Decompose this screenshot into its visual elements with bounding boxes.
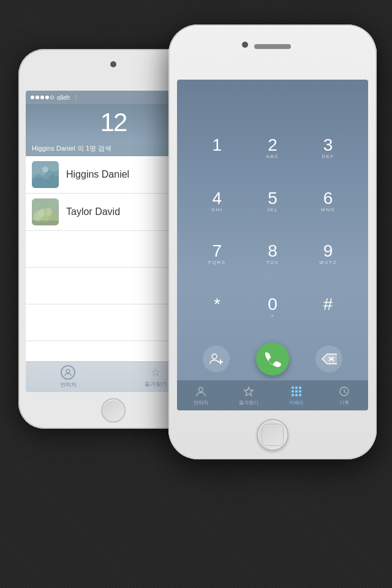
key-hash[interactable]: # [300,282,356,335]
keypad-icon-front [290,385,303,398]
tab-contacts-back[interactable]: 연락처 [60,365,77,389]
key-9[interactable]: 9 WXYZ [300,228,356,282]
svg-point-15 [199,388,203,392]
signal-dot-3 [40,96,44,99]
tab-contacts-front[interactable]: 연락처 [177,382,225,409]
add-contact-button[interactable] [203,345,230,372]
tab-keypad-label-front: 키패드 [289,399,304,406]
key-0[interactable]: 0 + [245,282,301,335]
number-display [177,92,368,116]
signal-dot-1 [31,96,34,99]
carrier-label: olleh [57,94,70,101]
keypad-actions [177,341,368,377]
favorites-icon-front [242,385,255,398]
camera-dot-back [110,61,116,67]
tab-favorites-label-back: 즐겨찾기 [145,380,167,388]
key-2[interactable]: 2 ABC [245,123,301,176]
tab-favorites-back[interactable]: ☆ 즐겨찾기 [145,366,167,388]
keypad-grid: 1 2 ABC 3 DEF 4 GHI 5 JKL [177,116,368,341]
key-4[interactable]: 4 GHI [189,176,245,229]
svg-rect-8 [32,221,59,225]
recents-icon-front [337,385,351,398]
star-icon-back: ☆ [151,366,160,379]
backspace-button[interactable] [315,345,342,372]
call-icon [264,350,281,368]
home-button-inner [262,424,284,446]
home-button-back[interactable] [101,398,126,423]
call-button[interactable] [256,342,289,375]
key-6[interactable]: 6 MNO [300,176,356,229]
contacts-icon-front [194,385,208,398]
svg-point-6 [39,209,45,217]
contacts-icon-back [61,365,75,380]
key-1[interactable]: 1 [189,123,245,176]
svg-point-10 [212,354,217,359]
tab-contacts-label-back: 연락처 [60,381,77,389]
tab-favorites-label-front: 즐겨찾기 [239,399,258,406]
backspace-icon [321,353,337,365]
contact-name-taylor: Taylor David [66,206,120,217]
camera-dot-front [242,42,248,48]
front-phone: 1 2 ABC 3 DEF 4 GHI 5 JKL [168,24,377,459]
key-5[interactable]: 5 JKL [245,176,301,229]
add-contact-icon [209,352,224,366]
tab-recents-label-front: 기록 [339,399,349,406]
contact-name-higgins: Higgins Daniel [66,169,129,180]
front-phone-screen: 1 2 ABC 3 DEF 4 GHI 5 JKL [177,80,368,410]
key-7[interactable]: 7 PQRS [189,228,245,282]
tab-contacts-label-front: 연락처 [194,399,208,406]
keypad-screen: 1 2 ABC 3 DEF 4 GHI 5 JKL [177,80,368,410]
tab-favorites-front[interactable]: 즐겨찾기 [225,382,273,409]
home-button-front[interactable] [257,419,288,451]
avatar-taylor [32,198,59,225]
key-star[interactable]: * [189,282,245,335]
signal-dot-5 [50,96,54,99]
signal-dot-4 [45,96,49,99]
tab-bar-front: 연락처 즐겨찾기 [177,380,368,410]
avatar-higgins [32,161,59,188]
svg-point-9 [66,369,70,373]
key-8[interactable]: 8 TUV [245,228,301,282]
key-3[interactable]: 3 DEF [300,123,356,176]
svg-point-7 [46,208,52,216]
tab-keypad-front[interactable]: 키패드 [273,382,320,409]
svg-marker-16 [244,387,253,396]
wifi-icon: ⋮ [73,94,79,101]
svg-point-1 [42,167,48,173]
keypad-status-bar [177,80,368,92]
signal-dot-2 [36,96,39,99]
tab-recents-front[interactable]: 기록 [320,382,368,409]
speaker-front [254,44,291,49]
